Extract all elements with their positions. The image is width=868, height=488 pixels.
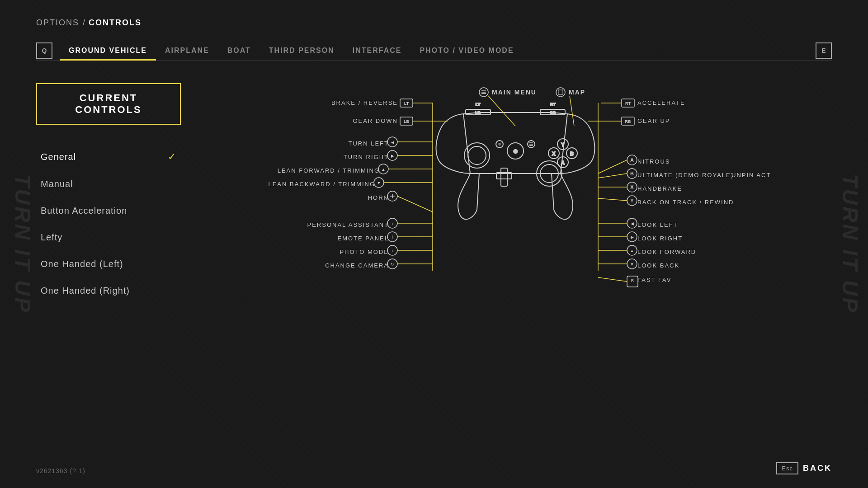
svg-text:B: B	[630, 171, 634, 176]
sidebar-item-one-handed-right[interactable]: One Handed (Right)	[36, 277, 181, 304]
svg-text:B: B	[570, 151, 574, 156]
svg-text:i: i	[392, 249, 393, 253]
svg-text:▲: ▲	[382, 167, 386, 172]
svg-text:LOOK LEFT: LOOK LEFT	[637, 221, 678, 228]
svg-text:MAP: MAP	[569, 89, 585, 96]
svg-text:PHOTO MODE: PHOTO MODE	[340, 249, 389, 255]
svg-text:FAST FAV: FAST FAV	[637, 277, 671, 283]
svg-text:↻: ↻	[391, 262, 394, 267]
svg-text:ULTIMATE (DEMO ROYALE): ULTIMATE (DEMO ROYALE)	[637, 172, 734, 178]
svg-line-113	[598, 198, 627, 201]
svg-text:TURN RIGHT: TURN RIGHT	[344, 154, 389, 160]
svg-point-7	[468, 146, 486, 164]
svg-text:BRAKE / REVERSE: BRAKE / REVERSE	[331, 99, 398, 106]
svg-text:GEAR DOWN: GEAR DOWN	[353, 117, 398, 124]
svg-point-36	[556, 88, 565, 97]
svg-text:A: A	[630, 157, 634, 163]
svg-text:TURN LEFT: TURN LEFT	[349, 140, 389, 147]
svg-text:A: A	[561, 160, 565, 165]
svg-line-40	[570, 96, 574, 126]
svg-text:LEAN BACKWARD / TRIMMING: LEAN BACKWARD / TRIMMING	[268, 181, 375, 188]
tab-right-icon[interactable]: E	[816, 42, 832, 59]
svg-text:CHANGE CAMERA: CHANGE CAMERA	[325, 262, 389, 269]
svg-text:PERSONAL ASSISTANT: PERSONAL ASSISTANT	[307, 221, 389, 228]
controller-area: LB RB LT RT	[199, 83, 832, 318]
svg-text:HANDBRAKE: HANDBRAKE	[637, 185, 682, 192]
svg-text:RT: RT	[625, 101, 631, 106]
tab-left-icon[interactable]: Q	[36, 42, 52, 59]
svg-line-39	[488, 96, 515, 126]
breadcrumb-options: OPTIONS	[36, 18, 79, 28]
svg-rect-10	[501, 168, 507, 186]
sidebar-item-label: Manual	[41, 179, 73, 189]
svg-text:LOOK FORWARD: LOOK FORWARD	[637, 249, 696, 255]
tabs-container: Q GROUND VEHICLE AIRPLANE BOAT THIRD PER…	[36, 41, 832, 61]
svg-rect-37	[558, 90, 563, 94]
tab-third-person[interactable]: THIRD PERSON	[260, 41, 344, 60]
sidebar: CURRENT CONTROLS General ✓ Manual Button…	[36, 83, 181, 318]
current-controls-button[interactable]: CURRENT CONTROLS	[36, 83, 181, 125]
sidebar-item-one-handed-left[interactable]: One Handed (Left)	[36, 251, 181, 277]
svg-text:X: X	[552, 151, 556, 156]
sidebar-menu: General ✓ Manual Button Acceleration Lef…	[36, 143, 181, 304]
content-area: CURRENT CONTROLS General ✓ Manual Button…	[36, 83, 832, 318]
svg-text:BACK ON TRACK / REWIND: BACK ON TRACK / REWIND	[637, 199, 734, 206]
svg-text:MAIN MENU: MAIN MENU	[492, 89, 537, 96]
svg-text:RB: RB	[550, 111, 556, 115]
svg-line-100	[598, 160, 627, 174]
svg-text:▼: ▼	[630, 262, 634, 267]
svg-text:▶: ▶	[391, 154, 394, 158]
svg-text:◀: ◀	[631, 221, 634, 226]
svg-text:LT: LT	[404, 101, 409, 106]
svg-line-69	[397, 196, 433, 212]
tab-photo-video[interactable]: PHOTO / VIDEO MODE	[410, 41, 523, 60]
sidebar-item-label: One Handed (Right)	[41, 286, 130, 296]
sidebar-item-label: General	[41, 152, 76, 162]
tab-airplane[interactable]: AIRPLANE	[156, 41, 218, 60]
svg-text:R: R	[631, 278, 634, 283]
svg-text:LB: LB	[475, 111, 481, 115]
tab-boat[interactable]: BOAT	[218, 41, 260, 60]
svg-text:▲: ▲	[630, 249, 634, 253]
svg-text:i: i	[392, 221, 393, 226]
svg-text:LOOK RIGHT: LOOK RIGHT	[637, 235, 683, 242]
svg-text:i: i	[392, 235, 393, 239]
svg-text:NITROUS: NITROUS	[637, 158, 670, 165]
svg-text:LB: LB	[404, 119, 409, 124]
svg-text:GEAR UP: GEAR UP	[637, 117, 670, 124]
svg-text:LEAN FORWARD / TRIMMING: LEAN FORWARD / TRIMMING	[278, 167, 380, 174]
svg-line-105	[598, 174, 627, 178]
breadcrumb: OPTIONS / CONTROLS	[36, 18, 832, 28]
tab-interface[interactable]: INTERFACE	[344, 41, 411, 60]
svg-text:LOOK BACK: LOOK BACK	[637, 262, 679, 269]
sidebar-item-label: Lefty	[41, 232, 62, 243]
svg-text:ACCELERATE: ACCELERATE	[637, 99, 685, 106]
svg-line-133	[598, 277, 627, 282]
breadcrumb-current: CONTROLS	[89, 18, 142, 28]
svg-text:▶: ▶	[631, 235, 634, 239]
svg-text:X: X	[630, 184, 634, 190]
sidebar-item-label: Button Acceleration	[41, 206, 127, 216]
tab-ground-vehicle[interactable]: GROUND VEHICLE	[60, 41, 156, 60]
sidebar-item-label: One Handed (Left)	[41, 259, 123, 269]
svg-text:▼: ▼	[377, 181, 381, 185]
svg-text:HORN: HORN	[368, 194, 389, 201]
sidebar-item-lefty[interactable]: Lefty	[36, 224, 181, 251]
svg-text:UNPIN ACT: UNPIN ACT	[731, 172, 771, 178]
svg-text:◀: ◀	[391, 140, 394, 145]
checkmark-icon: ✓	[168, 151, 176, 163]
svg-text:⊙: ⊙	[513, 148, 518, 155]
sidebar-item-button-acceleration[interactable]: Button Acceleration	[36, 197, 181, 224]
svg-text:Y: Y	[561, 142, 565, 147]
breadcrumb-separator: /	[83, 18, 85, 28]
sidebar-item-manual[interactable]: Manual	[36, 171, 181, 197]
svg-text:RT: RT	[550, 102, 556, 107]
controller-diagram: LB RB LT RT	[244, 83, 787, 318]
svg-text:Y: Y	[630, 198, 634, 203]
svg-text:EMOTE PANEL: EMOTE PANEL	[337, 235, 389, 242]
svg-text:RB: RB	[625, 119, 631, 124]
svg-text:LT: LT	[476, 102, 481, 107]
sidebar-item-general[interactable]: General ✓	[36, 143, 181, 171]
